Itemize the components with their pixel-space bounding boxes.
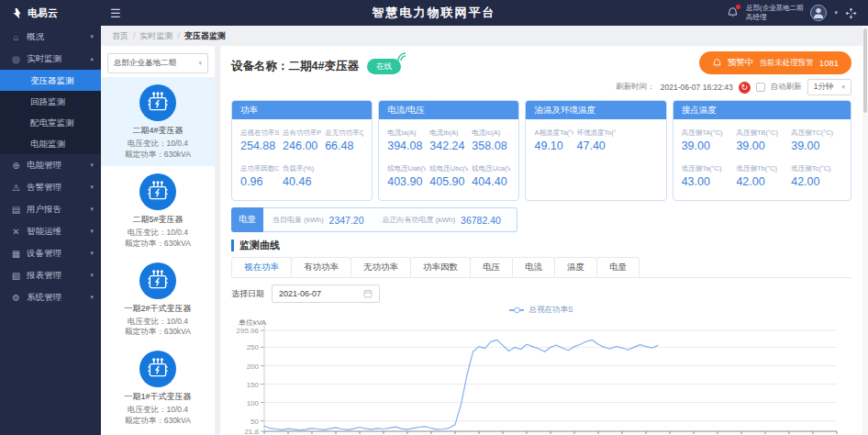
metric: 高压侧TB(°C)39.00 [736, 128, 787, 152]
metric: 低压侧Ta(°C)43.00 [682, 164, 733, 188]
metric: 电流Ib(A)342.24 [429, 128, 468, 152]
date-label: 选择日期 [231, 288, 264, 300]
site-filter-value: 总部企业基地二期 [114, 58, 176, 69]
device-list-item[interactable]: 一期1#干式变压器电压变比：10/0.4额定功率：630kVA [101, 343, 215, 432]
logo-icon [11, 7, 23, 19]
device-list-item[interactable]: 二期5#变压器电压变比：10/0.4额定功率：630kVA [101, 166, 215, 255]
metric-label: 总有功功率P(kW) [283, 128, 321, 138]
device-list: 二期4#变压器电压变比：10/0.4额定功率：630kVA二期5#变压器电压变比… [101, 77, 215, 435]
sidebar-item-realtime-monitoring[interactable]: ◎实时监测▴ [0, 48, 101, 70]
curves-section-title: 监测曲线 [231, 240, 851, 251]
overview-icon: ⌂ [11, 32, 21, 42]
tab-5[interactable]: 电流 [512, 257, 555, 277]
tools-icon: ✕ [11, 227, 21, 237]
stat-card-title: 电流/电压 [379, 101, 518, 119]
tab-0[interactable]: 视在功率 [231, 257, 292, 277]
tab-1[interactable]: 有功功率 [291, 257, 351, 277]
device-list-item[interactable]: 二期4#变压器电压变比：10/0.4额定功率：630kVA [101, 77, 215, 166]
metric: 环境温度To(°C)47.40 [577, 128, 616, 152]
tab-2[interactable]: 无功功率 [351, 257, 411, 277]
sidebar-item-report-management[interactable]: ▧报表管理▾ [0, 264, 101, 286]
metric: 电流Ic(A)358.08 [472, 128, 510, 152]
breadcrumb-item[interactable]: 首页 [112, 30, 128, 42]
stat-card-oil-ambient-temp: 油温及环境温度A相温度Ta(°C)49.10环境温度To(°C)47.40 [525, 100, 666, 201]
transformer-icon [139, 262, 176, 299]
device-name: 二期4#变压器 [289, 60, 359, 72]
chart-legend[interactable]: 总视在功率S [231, 305, 851, 316]
device-voltage-ratio: 电压变比：10/0.4 [105, 139, 211, 150]
sidebar-item-alarm-management[interactable]: ⚠告警管理▾ [0, 176, 101, 198]
svg-text:单位kVA: 单位kVA [239, 318, 267, 327]
hamburger-menu-icon[interactable]: ☰ [110, 7, 121, 19]
svg-text:100: 100 [247, 399, 260, 407]
svg-text:200: 200 [247, 362, 260, 371]
site-filter-select[interactable]: 总部企业基地二期 ▾ [107, 53, 208, 73]
device-voltage-ratio: 电压变比：10/0.4 [105, 228, 211, 239]
refresh-icon[interactable]: ↻ [739, 82, 751, 94]
metric-value: 42.00 [736, 175, 787, 188]
alert-warning-button[interactable]: 预警中 当前未处理预警 1081 [699, 51, 851, 74]
alert-state: 预警中 [728, 57, 754, 69]
signal-icon [396, 51, 407, 62]
sidebar-item-device-management[interactable]: ▦设备管理▾ [0, 242, 101, 264]
sheet-icon: ▧ [11, 271, 21, 281]
avatar[interactable] [810, 5, 827, 21]
sidebar-subitem-transformer-monitoring[interactable]: 变压器监测 [0, 70, 101, 91]
stat-card-contact-temp: 接点温度高压侧TA(°C)39.00高压侧TB(°C)39.00高压侧TC(°C… [673, 100, 851, 201]
fullscreen-icon[interactable] [845, 7, 857, 19]
breadcrumb: 首页/实时监测/变压器监测 [101, 26, 868, 46]
metric-label: 低压侧Tc(°C) [791, 164, 842, 173]
page-scrollbar [862, 26, 868, 435]
submenu-realtime-monitoring: 变压器监测回路监测配电室监测电能监测 [0, 70, 101, 154]
transformer-icon [139, 84, 176, 121]
tab-7[interactable]: 电量 [596, 257, 640, 277]
notification-bell-icon[interactable] [727, 6, 739, 19]
metric-label: 线电压Uca(V) [472, 164, 510, 173]
metric-value: 39.00 [736, 139, 787, 152]
sidebar-item-label: 报表管理 [27, 270, 61, 282]
tab-6[interactable]: 温度 [554, 257, 597, 277]
metric-value: 36782.40 [461, 215, 501, 226]
sidebar-item-label: 用户报告 [27, 204, 61, 216]
user-menu-chevron-icon[interactable]: ▾ [834, 9, 838, 17]
legend-label: 总视在功率S [529, 305, 573, 316]
metric-value: 66.48 [325, 139, 363, 152]
sidebar-item-user-report[interactable]: ▤用户报告▾ [0, 198, 101, 220]
sidebar-item-overview[interactable]: ⌂概况▾ [0, 26, 101, 48]
sidebar-item-label: 智能运维 [27, 226, 61, 238]
chart-canvas: 单位kVA21.850100150200250295.9601234567891… [231, 316, 851, 435]
main-panel: 设备名称：二期4#变压器 在线 预警中 当前未处理预警 1081 刷新时间： 2… [220, 46, 862, 435]
sidebar-item-label: 系统管理 [27, 292, 61, 304]
auto-refresh-checkbox[interactable] [756, 83, 765, 92]
metric-value: 2347.20 [329, 215, 364, 226]
device-voltage-ratio: 电压变比：10/0.4 [105, 405, 211, 416]
scrollbar-thumb[interactable] [863, 28, 867, 113]
date-picker-input[interactable]: 2021-06-07 [272, 284, 380, 303]
breadcrumb-item[interactable]: 实时监测 [140, 30, 173, 42]
user-name: 高经理 [746, 13, 804, 22]
device-icon: ▦ [11, 249, 21, 259]
device-list-item[interactable]: 一期2#干式变压器电压变比：10/0.4额定功率：630kVA [101, 255, 215, 344]
device-rated-power: 额定功率：630kVA [105, 416, 211, 427]
gear-icon: ⚙ [11, 293, 21, 303]
sidebar-item-system-management[interactable]: ⚙系统管理▾ [0, 286, 101, 308]
sidebar-subitem-distribution-room-monitoring[interactable]: 配电室监测 [0, 112, 101, 133]
stat-cards-row: 功率总视在功率S(kVA)254.88总有功功率P(kW)246.00总无功功率… [231, 100, 851, 201]
sidebar-subitem-circuit-monitoring[interactable]: 回路监测 [0, 91, 101, 112]
date-value: 2021-06-07 [279, 289, 321, 298]
metric: 高压侧TC(°C)39.00 [791, 128, 842, 152]
sidebar-subitem-power-monitoring[interactable]: 电能监测 [0, 133, 101, 154]
device-voltage-ratio: 电压变比：10/0.4 [105, 317, 211, 328]
refresh-interval-select[interactable]: 1分钟 ▾ [807, 79, 851, 95]
tab-3[interactable]: 功率因数 [410, 257, 471, 277]
sidebar-menu: ⌂概况▾◎实时监测▴变压器监测回路监测配电室监测电能监测⊕电能管理▾⚠告警管理▾… [0, 26, 101, 435]
metric: 线电压Uca(V)404.40 [472, 164, 510, 188]
sidebar-item-smart-ops[interactable]: ✕智能运维▾ [0, 220, 101, 242]
calendar-icon [363, 289, 373, 298]
sidebar-item-energy-management[interactable]: ⊕电能管理▾ [0, 154, 101, 176]
tab-4[interactable]: 电压 [470, 257, 513, 277]
device-name: 二期5#变压器 [105, 214, 211, 226]
chevron-down-icon: ▾ [90, 33, 94, 40]
svg-text:21.8: 21.8 [244, 428, 259, 435]
auto-refresh-label: 自动刷新 [771, 82, 802, 93]
